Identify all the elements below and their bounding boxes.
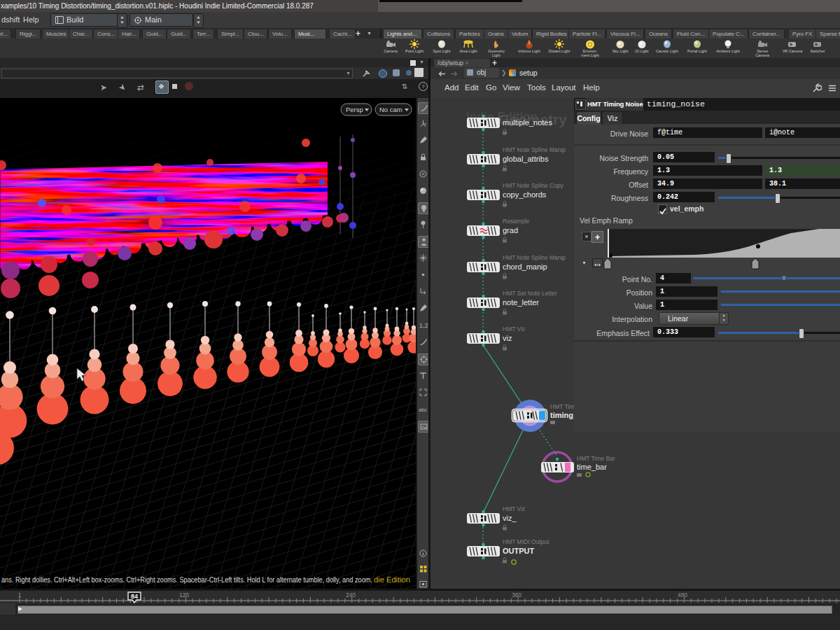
svg-text:multiple_notes: multiple_notes — [503, 118, 552, 127]
svg-text:HMT Note Spline Copy: HMT Note Spline Copy — [503, 182, 564, 189]
svg-text:480: 480 — [678, 592, 687, 598]
svg-text:Resample: Resample — [503, 218, 530, 225]
svg-text:1: 1 — [18, 592, 22, 598]
svg-text:time_bar: time_bar — [577, 463, 607, 471]
svg-text:viz_: viz_ — [503, 514, 517, 522]
svg-text:note_letter: note_letter — [503, 298, 539, 307]
svg-text:84: 84 — [131, 593, 138, 600]
svg-text:ans. Right dollies. Ctrl+Alt+L: ans. Right dollies. Ctrl+Alt+Left box-zo… — [1, 576, 372, 584]
svg-text:HMT Viz: HMT Viz — [503, 505, 525, 512]
svg-text:HMT MIDI Output: HMT MIDI Output — [503, 538, 550, 545]
svg-text:copy_chords: copy_chords — [503, 190, 547, 199]
svg-text:grad: grad — [503, 226, 518, 234]
svg-text:HMT Note Spline Manip: HMT Note Spline Manip — [503, 146, 566, 153]
svg-text:chord_manip: chord_manip — [503, 262, 547, 271]
svg-text:Persp: Persp — [346, 106, 363, 113]
svg-text:abc: abc — [419, 407, 427, 413]
svg-text:No cam: No cam — [379, 106, 402, 113]
svg-text:OUTPUT: OUTPUT — [503, 547, 535, 555]
svg-text:global_attribs: global_attribs — [503, 155, 549, 163]
svg-text:viz: viz — [503, 334, 512, 342]
svg-text:360: 360 — [512, 592, 522, 598]
svg-text:240: 240 — [346, 592, 356, 598]
svg-text:HMT Note Spline Manip: HMT Note Spline Manip — [503, 254, 566, 261]
svg-text:HMT Time Bar: HMT Time Bar — [577, 455, 615, 462]
svg-text:1,2: 1,2 — [419, 322, 428, 329]
svg-text:120: 120 — [179, 592, 189, 598]
svg-text:HMT Set Note Letter: HMT Set Note Letter — [503, 290, 557, 297]
svg-text:HMT Tim: HMT Tim — [550, 403, 574, 410]
svg-text:HMT Viz: HMT Viz — [503, 326, 525, 332]
svg-text:die Edition: die Edition — [374, 576, 410, 584]
